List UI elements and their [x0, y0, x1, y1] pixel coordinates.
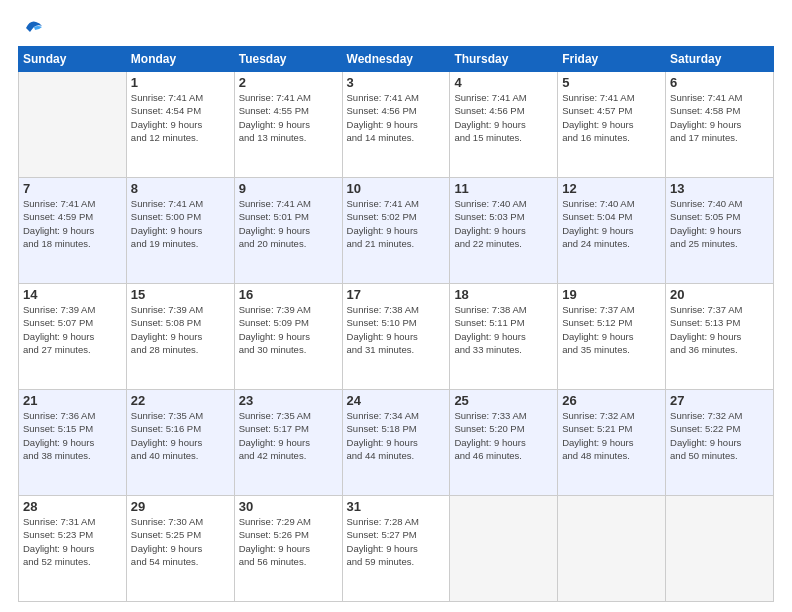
day-number: 6: [670, 75, 769, 90]
calendar-cell: 13Sunrise: 7:40 AMSunset: 5:05 PMDayligh…: [666, 178, 774, 284]
day-number: 24: [347, 393, 446, 408]
day-info: Sunrise: 7:37 AMSunset: 5:12 PMDaylight:…: [562, 303, 661, 356]
day-number: 13: [670, 181, 769, 196]
day-info: Sunrise: 7:34 AMSunset: 5:18 PMDaylight:…: [347, 409, 446, 462]
calendar-table: SundayMondayTuesdayWednesdayThursdayFrid…: [18, 46, 774, 602]
day-info: Sunrise: 7:30 AMSunset: 5:25 PMDaylight:…: [131, 515, 230, 568]
day-number: 16: [239, 287, 338, 302]
day-info: Sunrise: 7:39 AMSunset: 5:09 PMDaylight:…: [239, 303, 338, 356]
day-number: 2: [239, 75, 338, 90]
day-info: Sunrise: 7:41 AMSunset: 4:55 PMDaylight:…: [239, 91, 338, 144]
calendar-header-friday: Friday: [558, 47, 666, 72]
day-number: 19: [562, 287, 661, 302]
day-info: Sunrise: 7:36 AMSunset: 5:15 PMDaylight:…: [23, 409, 122, 462]
day-number: 17: [347, 287, 446, 302]
day-info: Sunrise: 7:40 AMSunset: 5:04 PMDaylight:…: [562, 197, 661, 250]
day-number: 4: [454, 75, 553, 90]
calendar-cell: 28Sunrise: 7:31 AMSunset: 5:23 PMDayligh…: [19, 496, 127, 602]
calendar-cell: 10Sunrise: 7:41 AMSunset: 5:02 PMDayligh…: [342, 178, 450, 284]
day-number: 18: [454, 287, 553, 302]
day-info: Sunrise: 7:41 AMSunset: 4:59 PMDaylight:…: [23, 197, 122, 250]
calendar-cell: 14Sunrise: 7:39 AMSunset: 5:07 PMDayligh…: [19, 284, 127, 390]
day-info: Sunrise: 7:29 AMSunset: 5:26 PMDaylight:…: [239, 515, 338, 568]
calendar-cell: 9Sunrise: 7:41 AMSunset: 5:01 PMDaylight…: [234, 178, 342, 284]
calendar-week-row: 28Sunrise: 7:31 AMSunset: 5:23 PMDayligh…: [19, 496, 774, 602]
day-number: 9: [239, 181, 338, 196]
calendar-cell: 25Sunrise: 7:33 AMSunset: 5:20 PMDayligh…: [450, 390, 558, 496]
day-number: 1: [131, 75, 230, 90]
day-info: Sunrise: 7:33 AMSunset: 5:20 PMDaylight:…: [454, 409, 553, 462]
calendar-week-row: 21Sunrise: 7:36 AMSunset: 5:15 PMDayligh…: [19, 390, 774, 496]
calendar-cell: 5Sunrise: 7:41 AMSunset: 4:57 PMDaylight…: [558, 72, 666, 178]
calendar-cell: 17Sunrise: 7:38 AMSunset: 5:10 PMDayligh…: [342, 284, 450, 390]
day-info: Sunrise: 7:41 AMSunset: 4:54 PMDaylight:…: [131, 91, 230, 144]
calendar-cell: [666, 496, 774, 602]
calendar-week-row: 7Sunrise: 7:41 AMSunset: 4:59 PMDaylight…: [19, 178, 774, 284]
day-info: Sunrise: 7:39 AMSunset: 5:07 PMDaylight:…: [23, 303, 122, 356]
calendar-cell: 20Sunrise: 7:37 AMSunset: 5:13 PMDayligh…: [666, 284, 774, 390]
calendar-cell: 29Sunrise: 7:30 AMSunset: 5:25 PMDayligh…: [126, 496, 234, 602]
calendar-cell: 2Sunrise: 7:41 AMSunset: 4:55 PMDaylight…: [234, 72, 342, 178]
day-info: Sunrise: 7:39 AMSunset: 5:08 PMDaylight:…: [131, 303, 230, 356]
day-info: Sunrise: 7:37 AMSunset: 5:13 PMDaylight:…: [670, 303, 769, 356]
logo: [18, 18, 46, 38]
day-number: 10: [347, 181, 446, 196]
calendar-header-row: SundayMondayTuesdayWednesdayThursdayFrid…: [19, 47, 774, 72]
calendar-header-saturday: Saturday: [666, 47, 774, 72]
calendar-cell: 24Sunrise: 7:34 AMSunset: 5:18 PMDayligh…: [342, 390, 450, 496]
day-info: Sunrise: 7:41 AMSunset: 4:57 PMDaylight:…: [562, 91, 661, 144]
calendar-cell: 15Sunrise: 7:39 AMSunset: 5:08 PMDayligh…: [126, 284, 234, 390]
day-info: Sunrise: 7:38 AMSunset: 5:10 PMDaylight:…: [347, 303, 446, 356]
calendar-cell: [450, 496, 558, 602]
calendar-header-monday: Monday: [126, 47, 234, 72]
calendar-week-row: 14Sunrise: 7:39 AMSunset: 5:07 PMDayligh…: [19, 284, 774, 390]
day-info: Sunrise: 7:41 AMSunset: 4:56 PMDaylight:…: [347, 91, 446, 144]
logo-bird-icon: [22, 18, 44, 38]
calendar-header-tuesday: Tuesday: [234, 47, 342, 72]
day-number: 31: [347, 499, 446, 514]
calendar-cell: 7Sunrise: 7:41 AMSunset: 4:59 PMDaylight…: [19, 178, 127, 284]
calendar-cell: 6Sunrise: 7:41 AMSunset: 4:58 PMDaylight…: [666, 72, 774, 178]
day-number: 21: [23, 393, 122, 408]
calendar-cell: 30Sunrise: 7:29 AMSunset: 5:26 PMDayligh…: [234, 496, 342, 602]
day-number: 27: [670, 393, 769, 408]
day-info: Sunrise: 7:31 AMSunset: 5:23 PMDaylight:…: [23, 515, 122, 568]
calendar-cell: 12Sunrise: 7:40 AMSunset: 5:04 PMDayligh…: [558, 178, 666, 284]
calendar-cell: 27Sunrise: 7:32 AMSunset: 5:22 PMDayligh…: [666, 390, 774, 496]
day-number: 7: [23, 181, 122, 196]
day-info: Sunrise: 7:32 AMSunset: 5:21 PMDaylight:…: [562, 409, 661, 462]
day-info: Sunrise: 7:41 AMSunset: 5:02 PMDaylight:…: [347, 197, 446, 250]
calendar-cell: 19Sunrise: 7:37 AMSunset: 5:12 PMDayligh…: [558, 284, 666, 390]
calendar-cell: 11Sunrise: 7:40 AMSunset: 5:03 PMDayligh…: [450, 178, 558, 284]
day-number: 23: [239, 393, 338, 408]
day-number: 3: [347, 75, 446, 90]
calendar-cell: 8Sunrise: 7:41 AMSunset: 5:00 PMDaylight…: [126, 178, 234, 284]
calendar-week-row: 1Sunrise: 7:41 AMSunset: 4:54 PMDaylight…: [19, 72, 774, 178]
calendar-cell: 16Sunrise: 7:39 AMSunset: 5:09 PMDayligh…: [234, 284, 342, 390]
calendar-cell: 1Sunrise: 7:41 AMSunset: 4:54 PMDaylight…: [126, 72, 234, 178]
day-info: Sunrise: 7:41 AMSunset: 5:01 PMDaylight:…: [239, 197, 338, 250]
day-number: 8: [131, 181, 230, 196]
calendar-header-sunday: Sunday: [19, 47, 127, 72]
calendar-cell: 3Sunrise: 7:41 AMSunset: 4:56 PMDaylight…: [342, 72, 450, 178]
day-info: Sunrise: 7:40 AMSunset: 5:05 PMDaylight:…: [670, 197, 769, 250]
day-info: Sunrise: 7:41 AMSunset: 4:58 PMDaylight:…: [670, 91, 769, 144]
calendar-header-thursday: Thursday: [450, 47, 558, 72]
calendar-cell: 21Sunrise: 7:36 AMSunset: 5:15 PMDayligh…: [19, 390, 127, 496]
day-number: 15: [131, 287, 230, 302]
day-info: Sunrise: 7:40 AMSunset: 5:03 PMDaylight:…: [454, 197, 553, 250]
day-number: 28: [23, 499, 122, 514]
calendar-cell: 31Sunrise: 7:28 AMSunset: 5:27 PMDayligh…: [342, 496, 450, 602]
header: [18, 18, 774, 38]
day-info: Sunrise: 7:35 AMSunset: 5:16 PMDaylight:…: [131, 409, 230, 462]
page: SundayMondayTuesdayWednesdayThursdayFrid…: [0, 0, 792, 612]
day-number: 11: [454, 181, 553, 196]
day-number: 22: [131, 393, 230, 408]
calendar-cell: 22Sunrise: 7:35 AMSunset: 5:16 PMDayligh…: [126, 390, 234, 496]
calendar-cell: [19, 72, 127, 178]
day-number: 26: [562, 393, 661, 408]
day-number: 5: [562, 75, 661, 90]
calendar-cell: [558, 496, 666, 602]
day-number: 29: [131, 499, 230, 514]
day-number: 12: [562, 181, 661, 196]
